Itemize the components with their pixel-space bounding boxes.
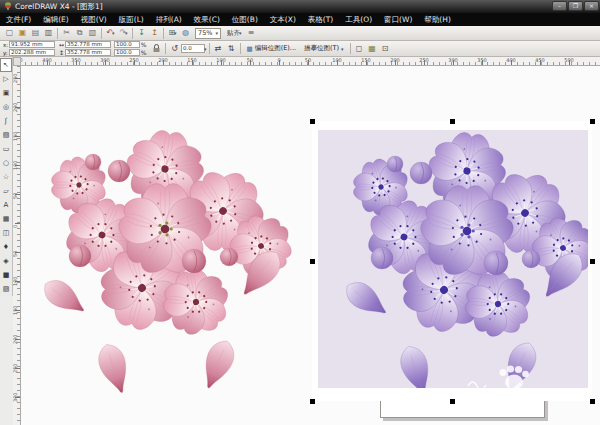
- menu-arrange[interactable]: 排列(A): [150, 13, 188, 26]
- minimize-button[interactable]: –: [552, 1, 567, 11]
- edit-bitmap-button[interactable]: ▩编辑位图(E)...: [243, 43, 301, 55]
- standard-toolbar: ▢▣▤▥✂⧉▧↶▾↷▾↧↥⊞▾◍75%▾贴齐▾≡: [0, 26, 600, 41]
- open-button[interactable]: ▣: [16, 27, 29, 40]
- canvas[interactable]: [21, 66, 600, 425]
- menu-bitmaps[interactable]: 位图(B): [226, 13, 264, 26]
- blend-tool[interactable]: ◫: [0, 226, 12, 240]
- coreldraw-logo-icon: [4, 1, 12, 9]
- scale-x-field[interactable]: 100.0: [114, 41, 140, 48]
- crop-tool[interactable]: ▣: [0, 86, 12, 100]
- object-height-field[interactable]: 352.778 mm: [65, 49, 111, 56]
- vertical-ruler[interactable]: 25020015010050050100150200250300: [13, 66, 21, 425]
- print-button[interactable]: ▥: [42, 27, 55, 40]
- import-icon: ↧: [138, 29, 145, 37]
- selection-handle[interactable]: [310, 119, 315, 124]
- x-position-field[interactable]: 91.952 mm: [9, 41, 55, 48]
- zoom-level-combo[interactable]: 75%▾: [195, 28, 221, 39]
- undo-dropdown-icon[interactable]: ▾: [112, 31, 115, 36]
- application-launcher-button[interactable]: ⊞▾: [166, 27, 179, 40]
- bitmap-mode-icon[interactable]: ⊡: [379, 42, 392, 55]
- smart-fill-tool[interactable]: ▧: [0, 128, 12, 142]
- property-bar: x:91.952 mm y:202.288 mm ↔352.778 mm ↕35…: [0, 41, 600, 57]
- rotation-angle-field[interactable]: 0.0: [181, 44, 205, 53]
- ellipse-tool[interactable]: ○: [0, 156, 12, 170]
- selection-handle[interactable]: [310, 259, 315, 264]
- selection-handle[interactable]: [590, 399, 595, 404]
- width-icon: ↔: [58, 41, 65, 48]
- polygon-tool[interactable]: ☆: [0, 170, 12, 184]
- selection-handle[interactable]: [450, 119, 455, 124]
- menu-help[interactable]: 帮助(H): [418, 13, 457, 26]
- rotation-dropdown-icon[interactable]: ▾: [204, 46, 207, 52]
- purple-artwork-background: [318, 130, 588, 388]
- save-icon: ▤: [32, 29, 40, 37]
- import-button[interactable]: ↧: [135, 27, 148, 40]
- options-icon: ≡: [248, 29, 255, 37]
- mirror-vertical-button[interactable]: ⇅: [225, 42, 238, 55]
- resample-bitmap-icon[interactable]: ▦: [366, 42, 379, 55]
- ruler-origin[interactable]: [13, 57, 21, 66]
- fill-tool[interactable]: ■: [0, 268, 12, 282]
- outline-tool[interactable]: ◈: [0, 254, 12, 268]
- new-button[interactable]: ▢: [3, 27, 16, 40]
- lock-ratio-icon[interactable]: [150, 42, 163, 55]
- menu-text[interactable]: 文本(X): [264, 13, 302, 26]
- redo-button[interactable]: ↷▾: [117, 27, 130, 40]
- pick-tool[interactable]: ↖: [0, 58, 12, 72]
- horizontal-ruler[interactable]: 4504003503002502001501005005010015020025…: [13, 57, 600, 66]
- interactive-fill-tool[interactable]: ▨: [0, 282, 12, 296]
- new-icon: ▢: [6, 29, 14, 37]
- menu-effects[interactable]: 效果(C): [188, 13, 226, 26]
- toolbox: ↖▷▣◎ʃ▧▭○☆▱A▦◫♦◈■▨: [0, 57, 13, 296]
- mirror-horizontal-button[interactable]: ⇄: [212, 42, 225, 55]
- text-tool[interactable]: A: [0, 198, 12, 212]
- y-position-field[interactable]: 202.288 mm: [9, 49, 55, 56]
- print-icon: ▥: [45, 29, 53, 37]
- maximize-button[interactable]: ❐: [568, 1, 583, 11]
- snap-to-button[interactable]: 贴齐▾: [224, 27, 245, 39]
- corel-online-icon: ◍: [182, 29, 189, 37]
- selection-handle[interactable]: [310, 399, 315, 404]
- rectangle-tool[interactable]: ▭: [0, 142, 12, 156]
- save-button[interactable]: ▤: [29, 27, 42, 40]
- scale-y-field[interactable]: 100.0: [114, 49, 140, 56]
- copy-button[interactable]: ⧉: [73, 27, 86, 40]
- scale-group: 100.0% 100.0%: [114, 41, 147, 56]
- trace-bitmap-button[interactable]: 描摹位图(T)▾: [300, 43, 348, 55]
- selection-handle[interactable]: [590, 259, 595, 264]
- corel-online-button[interactable]: ◍: [179, 27, 192, 40]
- menu-view[interactable]: 视图(V): [75, 13, 113, 26]
- eyedropper-tool[interactable]: ♦: [0, 240, 12, 254]
- undo-button[interactable]: ↶▾: [104, 27, 117, 40]
- menu-window[interactable]: 窗口(W): [378, 13, 418, 26]
- toolbar-separator: [101, 28, 102, 39]
- export-button[interactable]: ↥: [148, 27, 161, 40]
- shape-tool[interactable]: ▷: [0, 72, 12, 86]
- menu-file[interactable]: 文件(F): [0, 13, 37, 26]
- menu-bar: 文件(F)编辑(E)视图(V)版面(L)排列(A)效果(C)位图(B)文本(X)…: [0, 13, 600, 26]
- menu-table[interactable]: 表格(T): [302, 13, 339, 26]
- zoom-tool[interactable]: ◎: [0, 100, 12, 114]
- redo-dropdown-icon[interactable]: ▾: [125, 31, 128, 36]
- freehand-tool[interactable]: ʃ: [0, 114, 12, 128]
- height-icon: ↕: [58, 49, 65, 56]
- paste-button[interactable]: ▧: [86, 27, 99, 40]
- cut-button[interactable]: ✂: [60, 27, 73, 40]
- crop-bitmap-icon[interactable]: ◻: [353, 42, 366, 55]
- options-button[interactable]: ≡: [244, 27, 257, 40]
- purple-blossom-artwork[interactable]: [312, 121, 592, 401]
- table-tool[interactable]: ▦: [0, 212, 12, 226]
- object-width-field[interactable]: 352.778 mm: [65, 41, 111, 48]
- zoom-level-value: 75%: [198, 29, 212, 37]
- zoom-dropdown-icon[interactable]: ▾: [215, 30, 218, 36]
- selection-handle[interactable]: [590, 119, 595, 124]
- snap-dropdown-icon[interactable]: ▾: [239, 30, 242, 36]
- application-launcher-dropdown-icon[interactable]: ▾: [174, 31, 177, 36]
- menu-tools[interactable]: 工具(O): [339, 13, 378, 26]
- menu-layout[interactable]: 版面(L): [113, 13, 150, 26]
- basic-shapes-tool[interactable]: ▱: [0, 184, 12, 198]
- selection-handle[interactable]: [450, 399, 455, 404]
- close-button[interactable]: ×: [584, 1, 599, 11]
- pink-blossom-artwork[interactable]: [22, 98, 307, 408]
- menu-edit[interactable]: 编辑(E): [37, 13, 75, 26]
